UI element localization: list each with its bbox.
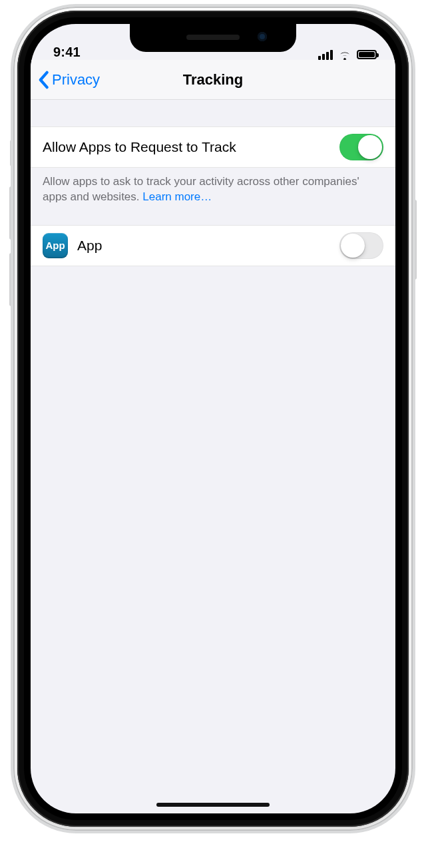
volume-down (9, 253, 14, 306)
notch (130, 24, 296, 52)
wifi-icon (337, 49, 352, 60)
group-spacer (31, 100, 395, 126)
settings-content: Allow Apps to Request to Track Allow app… (31, 100, 395, 266)
battery-icon (357, 50, 377, 59)
learn-more-link[interactable]: Learn more… (142, 190, 212, 203)
front-camera (258, 32, 267, 41)
app-list: AppApp (31, 225, 395, 266)
power-button (412, 200, 417, 280)
speaker-grille (186, 35, 240, 40)
allow-track-label: Allow Apps to Request to Track (43, 139, 339, 155)
volume-up (9, 186, 14, 240)
app-name-label: App (77, 238, 339, 254)
phone-frame-inner: 9:41 Privacy Tracking (24, 17, 402, 820)
app-icon: App (43, 233, 68, 258)
status-time: 9:41 (53, 45, 81, 60)
mute-switch (10, 140, 14, 166)
stage: 9:41 Privacy Tracking (0, 0, 426, 868)
phone-frame: 9:41 Privacy Tracking (17, 11, 409, 827)
navigation-bar: Privacy Tracking (31, 60, 395, 100)
page-title: Tracking (31, 60, 395, 99)
group-gap (31, 205, 395, 225)
status-icons (318, 49, 377, 60)
allow-track-footer: Allow apps to ask to track your activity… (31, 168, 395, 205)
cellular-signal-icon (318, 50, 333, 60)
home-indicator[interactable] (156, 803, 270, 807)
app-tracking-toggle[interactable] (339, 232, 383, 259)
allow-track-cell: Allow Apps to Request to Track (31, 126, 395, 168)
app-cell: AppApp (31, 225, 395, 266)
phone-screen: 9:41 Privacy Tracking (31, 24, 395, 813)
allow-track-toggle[interactable] (339, 134, 383, 160)
